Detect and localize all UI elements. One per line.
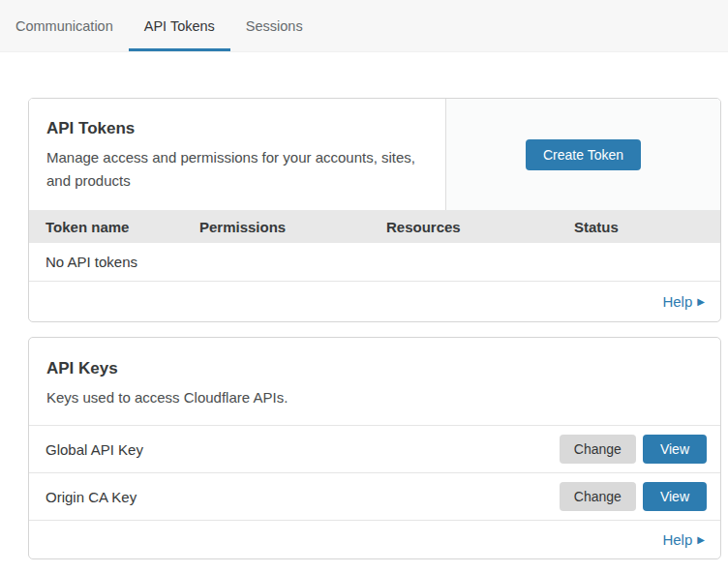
origin-ca-key-actions: Change View (560, 482, 707, 511)
global-api-key-row: Global API Key Change View (29, 425, 720, 472)
global-api-key-change-button[interactable]: Change (560, 435, 636, 464)
token-table-header-status: Status (574, 219, 720, 235)
origin-ca-key-label: Origin CA Key (46, 489, 136, 505)
global-api-key-view-button[interactable]: View (643, 435, 707, 464)
api-tokens-card-header: API Tokens Manage access and permissions… (29, 99, 720, 210)
api-keys-card: API Keys Keys used to access Cloudflare … (28, 337, 721, 559)
tab-api-tokens[interactable]: API Tokens (129, 0, 230, 51)
api-keys-card-footer: Help ▶ (29, 520, 720, 558)
token-table-header-token-name: Token name (46, 219, 199, 235)
api-tokens-help-label: Help (662, 293, 692, 310)
origin-ca-key-change-button[interactable]: Change (560, 482, 636, 511)
api-tokens-card-footer: Help ▶ (29, 282, 720, 321)
token-table-empty-message: No API tokens (46, 254, 137, 270)
origin-ca-key-row: Origin CA Key Change View (29, 472, 720, 520)
api-tokens-title: API Tokens (46, 117, 426, 140)
settings-content: API Tokens Manage access and permissions… (0, 98, 728, 559)
api-keys-help-link[interactable]: Help ▶ (662, 531, 705, 548)
api-tokens-card-header-right: Create Token (446, 99, 720, 210)
tab-sessions-label: Sessions (246, 18, 303, 34)
help-arrow-icon: ▶ (697, 534, 705, 545)
api-keys-description: Keys used to access Cloudflare APIs. (46, 386, 703, 409)
api-tokens-help-link[interactable]: Help ▶ (662, 293, 705, 310)
api-keys-card-header: API Keys Keys used to access Cloudflare … (29, 338, 720, 425)
help-arrow-icon: ▶ (697, 296, 705, 307)
token-table-header-permissions: Permissions (199, 219, 386, 235)
api-tokens-card-header-left: API Tokens Manage access and permissions… (29, 99, 446, 210)
global-api-key-label: Global API Key (46, 441, 143, 458)
api-tokens-card: API Tokens Manage access and permissions… (28, 98, 721, 322)
api-keys-help-label: Help (662, 531, 692, 548)
token-table-header-resources: Resources (386, 219, 574, 235)
origin-ca-key-view-button[interactable]: View (643, 482, 707, 511)
api-tokens-description: Manage access and permissions for your a… (46, 146, 426, 193)
tab-communication-label: Communication (15, 18, 113, 34)
api-keys-title: API Keys (46, 357, 703, 380)
token-table-header-row: Token name Permissions Resources Status (29, 210, 720, 243)
token-table-empty-row: No API tokens (29, 243, 720, 282)
tab-communication[interactable]: Communication (0, 0, 129, 51)
global-api-key-actions: Change View (560, 435, 707, 464)
tab-api-tokens-label: API Tokens (144, 18, 215, 34)
tab-sessions[interactable]: Sessions (230, 0, 318, 51)
tab-bar: Communication API Tokens Sessions (0, 0, 728, 52)
create-token-button[interactable]: Create Token (526, 139, 641, 170)
